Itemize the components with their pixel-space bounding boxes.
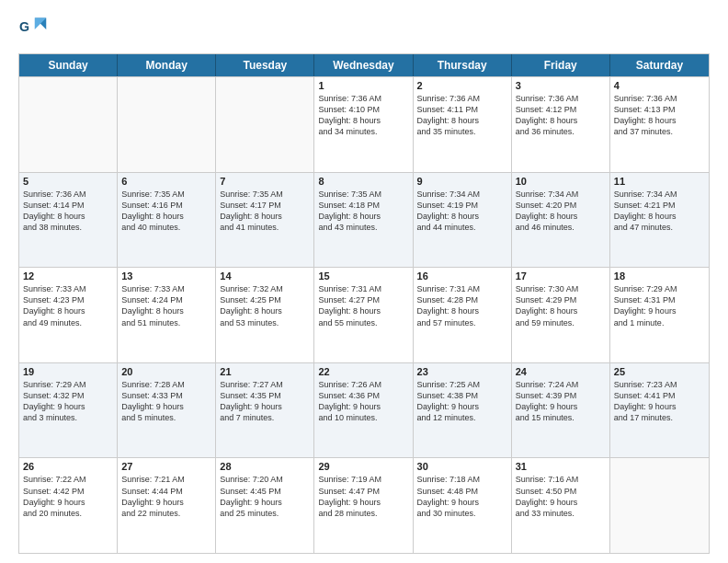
day-info: Sunrise: 7:24 AM Sunset: 4:39 PM Dayligh… bbox=[516, 379, 606, 424]
day-info: Sunrise: 7:18 AM Sunset: 4:48 PM Dayligh… bbox=[417, 474, 507, 519]
day-cell-22: 22Sunrise: 7:26 AM Sunset: 4:36 PM Dayli… bbox=[314, 363, 413, 458]
day-number: 6 bbox=[121, 176, 211, 187]
day-number: 9 bbox=[417, 176, 507, 187]
calendar-row-0: 1Sunrise: 7:36 AM Sunset: 4:10 PM Daylig… bbox=[19, 76, 709, 172]
day-number: 14 bbox=[220, 270, 310, 282]
page: G SundayMondayTuesdayWednesdayThursdayFr… bbox=[0, 0, 728, 563]
logo-icon: G bbox=[18, 15, 48, 44]
day-cell-4: 4Sunrise: 7:36 AM Sunset: 4:13 PM Daylig… bbox=[610, 77, 709, 172]
day-info: Sunrise: 7:25 AM Sunset: 4:38 PM Dayligh… bbox=[417, 379, 507, 424]
day-info: Sunrise: 7:29 AM Sunset: 4:31 PM Dayligh… bbox=[614, 283, 705, 328]
day-info: Sunrise: 7:35 AM Sunset: 4:16 PM Dayligh… bbox=[121, 189, 211, 234]
day-number: 4 bbox=[614, 80, 705, 91]
empty-cell-4-6 bbox=[610, 458, 709, 553]
day-info: Sunrise: 7:33 AM Sunset: 4:23 PM Dayligh… bbox=[23, 283, 113, 328]
day-cell-12: 12Sunrise: 7:33 AM Sunset: 4:23 PM Dayli… bbox=[19, 268, 118, 362]
day-info: Sunrise: 7:30 AM Sunset: 4:29 PM Dayligh… bbox=[516, 283, 606, 328]
day-number: 11 bbox=[614, 176, 705, 187]
day-number: 10 bbox=[516, 176, 606, 187]
day-number: 13 bbox=[121, 270, 211, 282]
day-number: 17 bbox=[516, 270, 606, 282]
day-number: 23 bbox=[417, 366, 507, 377]
day-cell-3: 3Sunrise: 7:36 AM Sunset: 4:12 PM Daylig… bbox=[512, 77, 610, 172]
day-info: Sunrise: 7:36 AM Sunset: 4:12 PM Dayligh… bbox=[516, 93, 606, 138]
day-info: Sunrise: 7:26 AM Sunset: 4:36 PM Dayligh… bbox=[318, 379, 408, 424]
day-info: Sunrise: 7:29 AM Sunset: 4:32 PM Dayligh… bbox=[23, 379, 113, 424]
day-cell-20: 20Sunrise: 7:28 AM Sunset: 4:33 PM Dayli… bbox=[118, 363, 216, 458]
calendar: SundayMondayTuesdayWednesdayThursdayFrid… bbox=[18, 53, 710, 554]
day-cell-31: 31Sunrise: 7:16 AM Sunset: 4:50 PM Dayli… bbox=[512, 458, 610, 553]
header: G bbox=[18, 15, 710, 44]
empty-cell-0-1 bbox=[118, 77, 216, 172]
day-number: 27 bbox=[121, 461, 211, 472]
day-cell-5: 5Sunrise: 7:36 AM Sunset: 4:14 PM Daylig… bbox=[19, 173, 118, 268]
day-number: 31 bbox=[516, 461, 606, 472]
day-number: 20 bbox=[121, 366, 211, 377]
empty-cell-0-2 bbox=[216, 77, 314, 172]
weekday-header-saturday: Saturday bbox=[610, 54, 709, 76]
day-info: Sunrise: 7:31 AM Sunset: 4:27 PM Dayligh… bbox=[318, 283, 408, 328]
day-info: Sunrise: 7:27 AM Sunset: 4:35 PM Dayligh… bbox=[220, 379, 310, 424]
day-cell-10: 10Sunrise: 7:34 AM Sunset: 4:20 PM Dayli… bbox=[512, 173, 610, 268]
day-info: Sunrise: 7:36 AM Sunset: 4:14 PM Dayligh… bbox=[23, 189, 113, 234]
day-cell-29: 29Sunrise: 7:19 AM Sunset: 4:47 PM Dayli… bbox=[314, 458, 413, 553]
weekday-header-wednesday: Wednesday bbox=[314, 54, 413, 76]
empty-cell-0-0 bbox=[19, 77, 118, 172]
day-cell-7: 7Sunrise: 7:35 AM Sunset: 4:17 PM Daylig… bbox=[216, 173, 314, 268]
day-info: Sunrise: 7:16 AM Sunset: 4:50 PM Dayligh… bbox=[516, 474, 606, 519]
day-info: Sunrise: 7:33 AM Sunset: 4:24 PM Dayligh… bbox=[121, 283, 211, 328]
day-info: Sunrise: 7:36 AM Sunset: 4:10 PM Dayligh… bbox=[318, 93, 408, 138]
day-number: 26 bbox=[23, 461, 113, 472]
day-info: Sunrise: 7:20 AM Sunset: 4:45 PM Dayligh… bbox=[220, 474, 310, 519]
day-info: Sunrise: 7:19 AM Sunset: 4:47 PM Dayligh… bbox=[318, 474, 408, 519]
weekday-header-friday: Friday bbox=[512, 54, 610, 76]
day-number: 5 bbox=[23, 176, 113, 187]
day-cell-14: 14Sunrise: 7:32 AM Sunset: 4:25 PM Dayli… bbox=[216, 268, 314, 362]
calendar-body: 1Sunrise: 7:36 AM Sunset: 4:10 PM Daylig… bbox=[19, 76, 709, 553]
day-number: 2 bbox=[417, 80, 507, 91]
day-number: 19 bbox=[23, 366, 113, 377]
day-number: 25 bbox=[614, 366, 705, 377]
day-number: 30 bbox=[417, 461, 507, 472]
day-info: Sunrise: 7:34 AM Sunset: 4:19 PM Dayligh… bbox=[417, 189, 507, 234]
day-info: Sunrise: 7:35 AM Sunset: 4:18 PM Dayligh… bbox=[318, 189, 408, 234]
day-info: Sunrise: 7:31 AM Sunset: 4:28 PM Dayligh… bbox=[417, 283, 507, 328]
day-number: 12 bbox=[23, 270, 113, 282]
day-cell-6: 6Sunrise: 7:35 AM Sunset: 4:16 PM Daylig… bbox=[118, 173, 216, 268]
day-cell-2: 2Sunrise: 7:36 AM Sunset: 4:11 PM Daylig… bbox=[414, 77, 512, 172]
day-cell-26: 26Sunrise: 7:22 AM Sunset: 4:42 PM Dayli… bbox=[19, 458, 118, 553]
calendar-row-4: 26Sunrise: 7:22 AM Sunset: 4:42 PM Dayli… bbox=[19, 457, 709, 553]
day-cell-11: 11Sunrise: 7:34 AM Sunset: 4:21 PM Dayli… bbox=[610, 173, 709, 268]
day-number: 22 bbox=[318, 366, 408, 377]
day-cell-15: 15Sunrise: 7:31 AM Sunset: 4:27 PM Dayli… bbox=[314, 268, 413, 362]
day-info: Sunrise: 7:32 AM Sunset: 4:25 PM Dayligh… bbox=[220, 283, 310, 328]
day-cell-23: 23Sunrise: 7:25 AM Sunset: 4:38 PM Dayli… bbox=[414, 363, 512, 458]
day-info: Sunrise: 7:36 AM Sunset: 4:11 PM Dayligh… bbox=[417, 93, 507, 138]
day-cell-16: 16Sunrise: 7:31 AM Sunset: 4:28 PM Dayli… bbox=[414, 268, 512, 362]
day-cell-18: 18Sunrise: 7:29 AM Sunset: 4:31 PM Dayli… bbox=[610, 268, 709, 362]
day-number: 24 bbox=[516, 366, 606, 377]
day-info: Sunrise: 7:34 AM Sunset: 4:20 PM Dayligh… bbox=[516, 189, 606, 234]
day-cell-9: 9Sunrise: 7:34 AM Sunset: 4:19 PM Daylig… bbox=[414, 173, 512, 268]
day-number: 16 bbox=[417, 270, 507, 282]
day-info: Sunrise: 7:28 AM Sunset: 4:33 PM Dayligh… bbox=[121, 379, 211, 424]
day-cell-25: 25Sunrise: 7:23 AM Sunset: 4:41 PM Dayli… bbox=[610, 363, 709, 458]
day-info: Sunrise: 7:35 AM Sunset: 4:17 PM Dayligh… bbox=[220, 189, 310, 234]
day-cell-13: 13Sunrise: 7:33 AM Sunset: 4:24 PM Dayli… bbox=[118, 268, 216, 362]
day-cell-19: 19Sunrise: 7:29 AM Sunset: 4:32 PM Dayli… bbox=[19, 363, 118, 458]
calendar-row-3: 19Sunrise: 7:29 AM Sunset: 4:32 PM Dayli… bbox=[19, 362, 709, 458]
day-info: Sunrise: 7:22 AM Sunset: 4:42 PM Dayligh… bbox=[23, 474, 113, 519]
day-cell-21: 21Sunrise: 7:27 AM Sunset: 4:35 PM Dayli… bbox=[216, 363, 314, 458]
calendar-row-2: 12Sunrise: 7:33 AM Sunset: 4:23 PM Dayli… bbox=[19, 267, 709, 362]
calendar-header: SundayMondayTuesdayWednesdayThursdayFrid… bbox=[19, 54, 709, 76]
day-info: Sunrise: 7:34 AM Sunset: 4:21 PM Dayligh… bbox=[614, 189, 705, 234]
day-number: 1 bbox=[318, 80, 408, 91]
day-number: 3 bbox=[516, 80, 606, 91]
logo: G bbox=[18, 15, 51, 44]
day-cell-28: 28Sunrise: 7:20 AM Sunset: 4:45 PM Dayli… bbox=[216, 458, 314, 553]
calendar-row-1: 5Sunrise: 7:36 AM Sunset: 4:14 PM Daylig… bbox=[19, 172, 709, 268]
day-cell-17: 17Sunrise: 7:30 AM Sunset: 4:29 PM Dayli… bbox=[512, 268, 610, 362]
weekday-header-monday: Monday bbox=[118, 54, 216, 76]
weekday-header-sunday: Sunday bbox=[19, 54, 118, 76]
day-number: 7 bbox=[220, 176, 310, 187]
